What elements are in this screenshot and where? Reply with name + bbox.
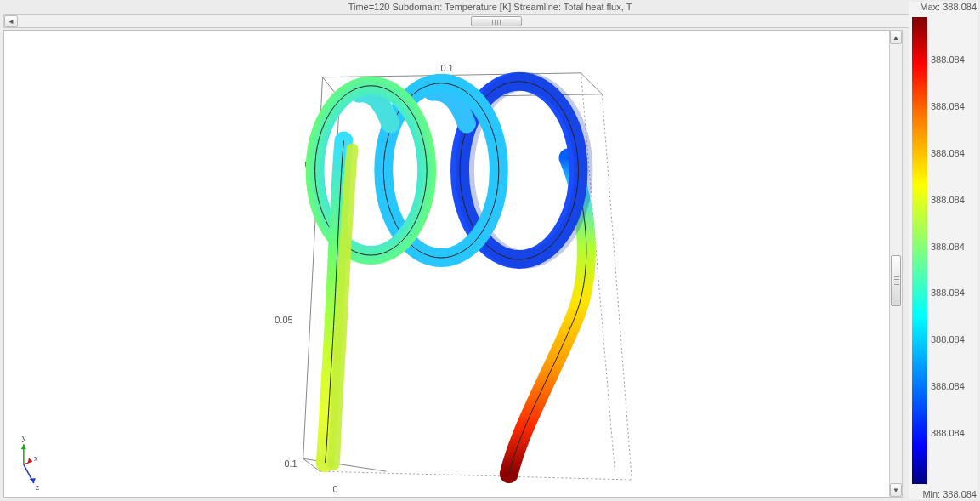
svg-line-10 bbox=[320, 471, 632, 480]
app-root: Time=120 Subdomain: Temperature [K] Stre… bbox=[0, 0, 980, 501]
axis-left-bot: 0.1 bbox=[284, 458, 297, 469]
compass-z: z bbox=[36, 482, 40, 492]
vscrollbar[interactable]: ▲ ▼ bbox=[889, 30, 903, 498]
hscroll-track[interactable] bbox=[18, 15, 962, 27]
vscroll-down-arrow[interactable]: ▼ bbox=[890, 483, 902, 497]
colorbar-tick: 388.084 bbox=[931, 54, 965, 65]
coil bbox=[315, 82, 586, 474]
axis-left-mid: 0.05 bbox=[275, 315, 292, 325]
vscroll-track[interactable] bbox=[890, 44, 902, 483]
colorbar-tick: 388.084 bbox=[931, 428, 965, 438]
compass-x: x bbox=[34, 453, 38, 463]
hscroll-thumb[interactable] bbox=[471, 16, 522, 26]
plot-title: Time=120 Subdomain: Temperature [K] Stre… bbox=[0, 2, 980, 14]
hscrollbar[interactable]: ◄ ► bbox=[3, 14, 977, 28]
axis-compass: y x z bbox=[21, 433, 40, 492]
colorbar-tick: 388.084 bbox=[931, 334, 965, 344]
colorbar: Max: 388.084 388.084 388.084 388.084 388… bbox=[909, 2, 978, 499]
svg-line-9 bbox=[602, 94, 632, 480]
plot-area[interactable]: 0.1 0 0.05 0.1 0 bbox=[3, 30, 903, 498]
colorbar-tick: 388.084 bbox=[931, 381, 965, 391]
hscroll-left-arrow[interactable]: ◄ bbox=[4, 15, 18, 27]
colorbar-ticks: 388.084 388.084 388.084 388.084 388.084 … bbox=[931, 17, 978, 484]
colorbar-tick: 388.084 bbox=[931, 101, 965, 111]
colorbar-tick: 388.084 bbox=[931, 148, 965, 158]
colorbar-tick: 388.084 bbox=[931, 288, 965, 298]
colorbar-tick: 388.084 bbox=[931, 242, 965, 252]
vscroll-up-arrow[interactable]: ▲ bbox=[890, 31, 902, 44]
svg-line-6 bbox=[303, 458, 387, 471]
svg-line-1 bbox=[581, 73, 602, 94]
compass-y: y bbox=[22, 433, 26, 442]
colorbar-tick: 388.084 bbox=[931, 195, 965, 205]
colorbar-min: Min: 388.084 bbox=[922, 489, 977, 499]
vscroll-thumb[interactable] bbox=[891, 255, 901, 306]
axis-bottom-0: 0 bbox=[332, 484, 337, 494]
colorbar-max: Max: 388.084 bbox=[920, 2, 977, 12]
colorbar-gradient bbox=[912, 17, 927, 484]
svg-marker-24 bbox=[30, 478, 36, 483]
axis-top-tick: 0.1 bbox=[440, 63, 453, 73]
plot-svg: 0.1 0 0.05 0.1 0 bbox=[4, 31, 902, 497]
svg-marker-22 bbox=[21, 444, 26, 449]
